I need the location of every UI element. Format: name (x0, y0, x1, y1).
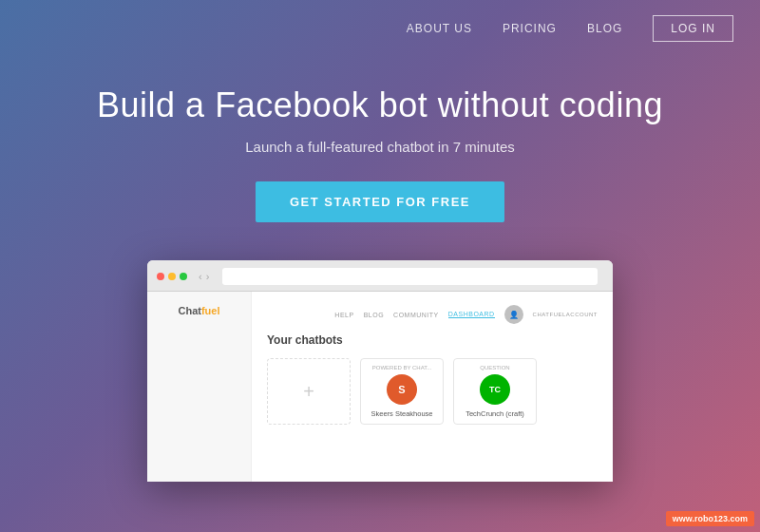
navbar: ABOUT US PRICING BLOG LOG IN (0, 0, 760, 57)
chatbot-avatar-skeers: S (387, 374, 417, 405)
nav-pricing[interactable]: PRICING (503, 22, 557, 35)
card-label-skeers: POWERED BY CHAT... (372, 365, 431, 370)
app-main: HELP BLOG COMMUNITY DASHBOARD 👤 CHATFUEL… (252, 292, 613, 482)
topbar-community[interactable]: COMMUNITY (393, 312, 439, 318)
hero-title: Build a Facebook bot without coding (19, 86, 741, 125)
browser-nav-buttons: ‹ › (199, 271, 209, 282)
nav-about[interactable]: ABOUT US (407, 22, 472, 35)
hero-subtitle: Launch a full-featured chatbot in 7 minu… (19, 139, 741, 155)
card-label-techcrunch: QUESTION (480, 365, 509, 370)
chatbot-card-techcrunch[interactable]: QUESTION TC TechCrunch (craft) (453, 358, 537, 425)
user-avatar[interactable]: 👤 (504, 305, 523, 324)
topbar-blog[interactable]: BLOG (364, 312, 384, 318)
dot-maximize[interactable] (180, 273, 187, 280)
topbar-help[interactable]: HELP (334, 312, 353, 318)
app-sidebar: Chatfuel (147, 292, 252, 482)
browser-window: ‹ › Chatfuel HELP BLOG COMMUNITY DASHBOA (147, 260, 613, 482)
app-logo-accent: fuel (201, 305, 220, 316)
chatbot-avatar-techcrunch: TC (480, 374, 510, 405)
dot-minimize[interactable] (168, 273, 176, 280)
app-logo: Chatfuel (178, 301, 219, 326)
chatbots-grid: + POWERED BY CHAT... S Skeers Steakhouse… (267, 358, 598, 425)
chatbot-card-skeers[interactable]: POWERED BY CHAT... S Skeers Steakhouse (360, 358, 444, 425)
forward-button[interactable]: › (206, 271, 210, 282)
address-bar[interactable] (222, 268, 598, 285)
topbar-dashboard[interactable]: DASHBOARD (448, 311, 495, 318)
nav-blog[interactable]: BLOG (587, 22, 622, 35)
browser-chrome: ‹ › (147, 260, 613, 292)
browser-mockup: ‹ › Chatfuel HELP BLOG COMMUNITY DASHBOA (0, 260, 760, 482)
watermark: www.robo123.com (666, 511, 754, 526)
browser-dots (157, 273, 187, 280)
app-topbar: HELP BLOG COMMUNITY DASHBOARD 👤 CHATFUEL… (267, 305, 598, 324)
add-icon: + (303, 382, 314, 401)
chatbot-name-skeers: Skeers Steakhouse (370, 409, 432, 418)
add-chatbot-card[interactable]: + (267, 358, 351, 425)
back-button[interactable]: ‹ (199, 271, 202, 282)
hero-section: Build a Facebook bot without coding Laun… (0, 57, 760, 241)
dot-close[interactable] (157, 273, 164, 280)
cta-button[interactable]: GET STARTED FOR FREE (256, 181, 504, 222)
app-content: Chatfuel HELP BLOG COMMUNITY DASHBOARD 👤… (147, 292, 613, 482)
chatbot-name-techcrunch: TechCrunch (craft) (466, 409, 524, 418)
chatbots-heading: Your chatbots (267, 333, 598, 347)
topbar-account[interactable]: CHATFUELACCOUNT (533, 312, 598, 317)
login-button[interactable]: LOG IN (653, 15, 733, 42)
